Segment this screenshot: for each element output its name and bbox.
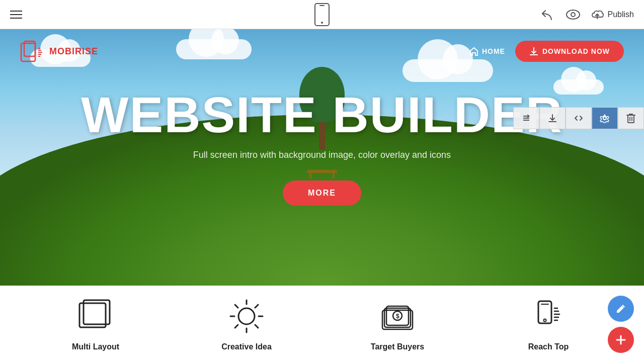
home-icon bbox=[469, 46, 479, 56]
multi-layout-icon bbox=[75, 296, 116, 336]
brand-name: MOBIRISE bbox=[49, 46, 98, 57]
svg-point-2 bbox=[321, 22, 323, 24]
hero-subtitle: Full screen intro with background image,… bbox=[193, 150, 451, 160]
nav-right: HOME DOWNLOAD NOW bbox=[469, 41, 624, 62]
download-button[interactable]: DOWNLOAD NOW bbox=[515, 41, 624, 62]
download-icon bbox=[529, 47, 538, 56]
feature-creative-idea: Creative Idea bbox=[171, 296, 322, 351]
preview-icon[interactable] bbox=[566, 9, 581, 20]
svg-point-41 bbox=[544, 319, 546, 322]
svg-line-33 bbox=[235, 325, 238, 328]
svg-rect-6 bbox=[21, 43, 35, 61]
download-label: DOWNLOAD NOW bbox=[542, 47, 610, 55]
section-reorder-tool[interactable] bbox=[513, 107, 539, 129]
svg-point-3 bbox=[567, 10, 580, 19]
brand-logo bbox=[20, 39, 44, 63]
multi-layout-label: Multi Layout bbox=[72, 342, 119, 351]
reach-top-icon bbox=[528, 296, 569, 336]
target-buyers-icon: $ bbox=[377, 296, 418, 336]
svg-text:$: $ bbox=[396, 313, 399, 320]
fab-edit-button[interactable] bbox=[608, 296, 634, 322]
nav-home-label: HOME bbox=[482, 47, 505, 55]
creative-idea-label: Creative Idea bbox=[221, 342, 272, 351]
toolbar-right: Publish bbox=[541, 9, 634, 21]
svg-point-20 bbox=[603, 117, 606, 120]
publish-label: Publish bbox=[608, 10, 634, 19]
more-button[interactable]: MORE bbox=[283, 180, 361, 206]
undo-icon[interactable] bbox=[541, 9, 555, 21]
section-delete-tool[interactable] bbox=[618, 107, 644, 129]
feature-multi-layout: Multi Layout bbox=[20, 296, 171, 351]
section-settings-tool[interactable] bbox=[592, 107, 618, 129]
toolbar-center bbox=[314, 3, 330, 27]
svg-line-31 bbox=[255, 325, 258, 328]
feature-reach-top: Reach Top bbox=[473, 296, 624, 351]
target-buyers-label: Target Buyers bbox=[371, 342, 424, 351]
toolbar-left bbox=[10, 11, 22, 19]
hamburger-menu[interactable] bbox=[10, 11, 22, 19]
publish-button[interactable]: Publish bbox=[591, 9, 634, 20]
nav-brand: MOBIRISE bbox=[20, 39, 98, 63]
cloud-upload-icon bbox=[591, 9, 604, 20]
svg-line-30 bbox=[235, 305, 238, 308]
svg-point-25 bbox=[238, 308, 255, 324]
hero-section: MOBIRISE HOME DOWNLOAD NOW bbox=[0, 29, 644, 286]
section-download-tool[interactable] bbox=[539, 107, 566, 129]
section-code-tool[interactable] bbox=[566, 107, 592, 129]
svg-point-4 bbox=[571, 13, 575, 17]
svg-line-32 bbox=[255, 305, 258, 308]
fab-add-button[interactable] bbox=[608, 327, 634, 353]
feature-target-buyers: $ Target Buyers bbox=[322, 296, 473, 351]
navbar: MOBIRISE HOME DOWNLOAD NOW bbox=[0, 29, 644, 73]
hero-title: WEBSITE BUILDER bbox=[81, 89, 563, 140]
features-section: Multi Layout Creative Idea bbox=[0, 286, 644, 362]
phone-icon bbox=[314, 3, 330, 27]
main-content: MOBIRISE HOME DOWNLOAD NOW bbox=[0, 29, 644, 362]
top-toolbar: Publish bbox=[0, 0, 644, 29]
nav-home-link[interactable]: HOME bbox=[469, 46, 505, 56]
creative-idea-icon bbox=[226, 296, 267, 336]
section-toolbar bbox=[513, 107, 644, 129]
reach-top-label: Reach Top bbox=[528, 342, 569, 351]
